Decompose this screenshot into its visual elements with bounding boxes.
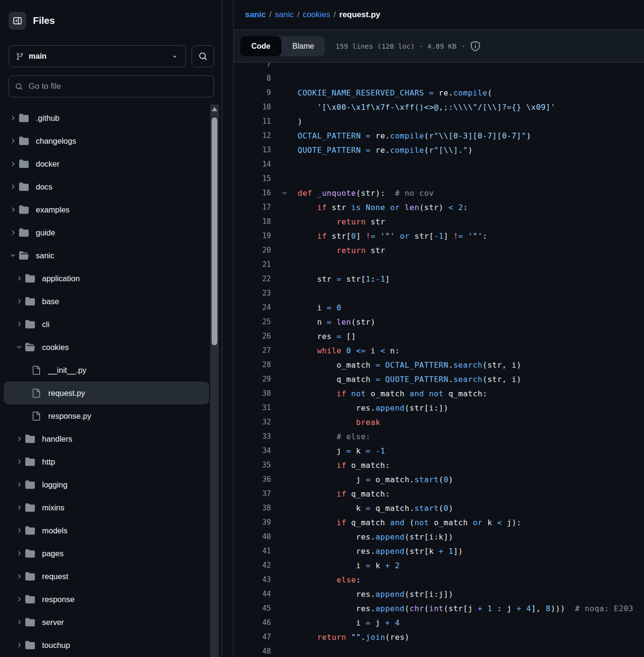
line-number[interactable]: 26 — [234, 332, 271, 340]
tree-folder-sanic[interactable]: sanic — [4, 244, 209, 267]
tree-folder-logging[interactable]: logging — [4, 473, 209, 496]
tree-folder-cookies[interactable]: cookies — [4, 336, 209, 359]
tree-item-label: .github — [36, 114, 60, 123]
tree-folder-docs[interactable]: docs — [4, 175, 209, 198]
branch-selector[interactable]: main — [9, 45, 186, 67]
go-to-file-field[interactable] — [9, 75, 214, 97]
line-number[interactable]: 48 — [234, 647, 271, 656]
code-line: 41 res.append(str[k + 1]) — [234, 544, 644, 558]
code-line: 16def _unquote(str): # no cov — [234, 186, 644, 200]
line-number[interactable]: 19 — [234, 232, 271, 240]
line-number[interactable]: 30 — [234, 389, 271, 398]
tree-folder-touchup[interactable]: touchup — [4, 634, 209, 657]
line-number[interactable]: 14 — [234, 160, 271, 169]
tree-folder-mixins[interactable]: mixins — [4, 496, 209, 519]
line-number[interactable]: 36 — [234, 475, 271, 484]
fold-toggle[interactable] — [271, 190, 298, 197]
tree-item-label: cli — [42, 320, 50, 329]
tree-folder-models[interactable]: models — [4, 519, 209, 542]
line-number[interactable]: 22 — [234, 275, 271, 283]
breadcrumb-link[interactable]: sanic — [275, 10, 294, 20]
scrollbar-up-arrow[interactable] — [212, 107, 217, 111]
line-number[interactable]: 8 — [234, 74, 271, 83]
line-number[interactable]: 42 — [234, 561, 271, 570]
tab-blame[interactable]: Blame — [281, 36, 325, 56]
go-to-file-input[interactable] — [28, 81, 207, 92]
line-number[interactable]: 17 — [234, 203, 271, 212]
line-number[interactable]: 15 — [234, 174, 271, 183]
line-number[interactable]: 27 — [234, 346, 271, 355]
tree-item-label: changelogs — [36, 137, 76, 146]
line-number[interactable]: 33 — [234, 432, 271, 441]
tree-folder-response[interactable]: response — [4, 588, 209, 611]
tree-file-__init__.py[interactable]: __init__.py — [4, 359, 209, 381]
line-number[interactable]: 12 — [234, 131, 271, 140]
line-number[interactable]: 11 — [234, 117, 271, 126]
code-text: else: — [298, 575, 644, 584]
tree-folder-pages[interactable]: pages — [4, 542, 209, 565]
tree-folder-request[interactable]: request — [4, 565, 209, 588]
tree-folder-server[interactable]: server — [4, 611, 209, 634]
chevron-right-icon — [16, 596, 22, 603]
code-text: if not o_match and not q_match: — [298, 389, 644, 398]
line-number[interactable]: 29 — [234, 375, 271, 383]
breadcrumb-link[interactable]: cookies — [303, 10, 331, 20]
line-number[interactable]: 31 — [234, 403, 271, 412]
search-this-repository-button[interactable] — [192, 45, 214, 67]
scrollbar-thumb[interactable] — [212, 117, 217, 345]
line-number[interactable]: 13 — [234, 146, 271, 154]
breadcrumb-link[interactable]: sanic — [245, 10, 266, 20]
tree-folder-cli[interactable]: cli — [4, 313, 209, 336]
line-number[interactable]: 25 — [234, 318, 271, 326]
collapse-sidebar-button[interactable] — [9, 12, 26, 30]
tree-folder-examples[interactable]: examples — [4, 198, 209, 221]
line-number[interactable]: 28 — [234, 360, 271, 369]
code-text: OCTAL_PATTERN = re.compile(r"\\[0-3][0-7… — [298, 131, 644, 140]
line-number[interactable]: 38 — [234, 504, 271, 512]
tree-folder-changelogs[interactable]: changelogs — [4, 129, 209, 152]
line-number[interactable]: 7 — [234, 63, 271, 68]
line-number[interactable]: 10 — [234, 103, 271, 111]
line-number[interactable]: 45 — [234, 604, 271, 613]
line-number[interactable]: 37 — [234, 489, 271, 498]
chevron-right-icon — [16, 321, 22, 328]
code-line: 17 if str is None or len(str) < 2: — [234, 200, 644, 214]
line-number[interactable]: 34 — [234, 446, 271, 455]
line-number[interactable]: 21 — [234, 260, 271, 269]
line-number[interactable]: 23 — [234, 289, 271, 297]
chevron-right-icon — [13, 527, 25, 534]
sidebar-scrollbar[interactable] — [210, 105, 219, 657]
tree-folder-.github[interactable]: .github — [4, 106, 209, 129]
line-number[interactable]: 40 — [234, 532, 271, 541]
line-number[interactable]: 20 — [234, 246, 271, 254]
line-number[interactable]: 39 — [234, 518, 271, 527]
line-number[interactable]: 35 — [234, 461, 271, 469]
tree-folder-base[interactable]: base — [4, 290, 209, 313]
files-panel-title: Files — [33, 15, 55, 26]
tree-folder-handlers[interactable]: handlers — [4, 427, 209, 450]
tree-folder-application[interactable]: application — [4, 267, 209, 290]
tree-item-label: response.py — [48, 412, 91, 421]
line-number[interactable]: 18 — [234, 217, 271, 226]
tree-folder-http[interactable]: http — [4, 450, 209, 473]
line-number[interactable]: 44 — [234, 590, 271, 598]
tree-file-request.py[interactable]: request.py — [4, 381, 209, 404]
folder-open-icon — [25, 342, 39, 352]
tab-code[interactable]: Code — [240, 36, 281, 56]
tree-file-response.py[interactable]: response.py — [4, 404, 209, 427]
shield-icon[interactable] — [470, 41, 481, 52]
line-number[interactable]: 24 — [234, 303, 271, 312]
line-number[interactable]: 9 — [234, 88, 271, 97]
tree-folder-guide[interactable]: guide — [4, 221, 209, 244]
line-number[interactable]: 43 — [234, 575, 271, 584]
folder-icon — [25, 549, 35, 558]
line-number[interactable]: 16 — [234, 189, 271, 197]
line-number[interactable]: 46 — [234, 618, 271, 627]
code-text: res.append(chr(int(str[j + 1 : j + 4], 8… — [298, 604, 644, 613]
line-number[interactable]: 41 — [234, 547, 271, 555]
tree-item-label: sanic — [36, 251, 54, 260]
line-number[interactable]: 32 — [234, 418, 271, 426]
line-number[interactable]: 47 — [234, 633, 271, 641]
folder-icon — [25, 457, 39, 466]
tree-folder-docker[interactable]: docker — [4, 152, 209, 175]
